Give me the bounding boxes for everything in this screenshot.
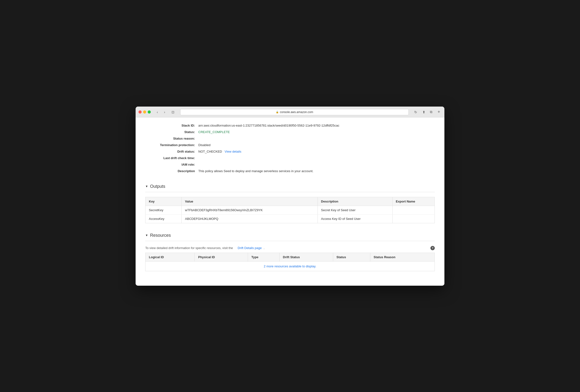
minimize-button[interactable] xyxy=(143,110,146,113)
output-description-cell: Secret Key of Seed User xyxy=(317,206,392,214)
resources-section: ▼ Resources To view detailed drift infor… xyxy=(145,230,435,271)
outputs-col-key: Key xyxy=(145,197,182,206)
outputs-section-title: Outputs xyxy=(150,184,165,189)
resources-info-end: . xyxy=(264,246,265,250)
status-reason-label: Status reason: xyxy=(145,137,198,140)
drift-status-label: Drift status: xyxy=(145,150,198,153)
outputs-section: ▼ Outputs Key Value Description Export N… xyxy=(145,182,435,223)
page-content: Stack ID: arn:aws:cloudformation:us-east… xyxy=(136,117,444,286)
status-value: CREATE_COMPLETE xyxy=(198,130,435,134)
termination-protection-label: Termination protection: xyxy=(145,143,198,147)
drift-status-value: NOT_CHECKED View details xyxy=(198,150,435,153)
output-key-cell: SecretKey xyxy=(145,206,182,214)
reload-button[interactable]: ↻ xyxy=(413,109,419,115)
tabs-button[interactable]: ⧉ xyxy=(428,109,434,115)
resources-section-header: ▼ Resources xyxy=(145,230,435,238)
output-export-name-cell xyxy=(392,206,435,214)
browser-actions: ⬆ ⧉ xyxy=(421,109,434,115)
iam-role-row: IAM role: xyxy=(145,161,435,168)
resources-col-status: Status xyxy=(333,253,370,261)
output-description-cell: Access Key ID of Seed User xyxy=(317,214,392,223)
output-export-name-cell xyxy=(392,214,435,223)
output-key-cell: AccessKey xyxy=(145,214,182,223)
browser-window: ‹ › ⊡ 🔒 console.aws.amazon.com ↻ ⬆ ⧉ + S… xyxy=(136,106,444,286)
last-drift-check-row: Last drift check time: xyxy=(145,155,435,161)
stack-id-row: Stack ID: arn:aws:cloudformation:us-east… xyxy=(145,122,435,129)
close-button[interactable] xyxy=(139,110,142,113)
stack-id-label: Stack ID: xyxy=(145,124,198,127)
status-row: Status: CREATE_COMPLETE xyxy=(145,129,435,135)
nav-buttons: ‹ › xyxy=(154,109,168,115)
description-row: Description This policy allows Seed to d… xyxy=(145,168,435,174)
outputs-divider xyxy=(145,192,435,192)
drift-status-row: Drift status: NOT_CHECKED View details xyxy=(145,148,435,155)
forward-button[interactable]: › xyxy=(161,109,168,115)
outputs-col-value: Value xyxy=(181,197,317,206)
iam-role-label: IAM role: xyxy=(145,163,198,166)
resources-section-title: Resources xyxy=(150,233,171,238)
resources-divider xyxy=(145,241,435,241)
outputs-col-description: Description xyxy=(317,197,392,206)
more-resources-text[interactable]: 2 more resources available to display. xyxy=(145,261,435,271)
stack-id-value: arn:aws:cloudformation:us-east-1:2327718… xyxy=(198,124,435,127)
termination-protection-row: Termination protection: Disabled xyxy=(145,142,435,148)
lock-icon: 🔒 xyxy=(276,111,279,113)
resources-col-physical-id: Physical ID xyxy=(195,253,248,261)
resources-info-bar: To view detailed drift information for s… xyxy=(145,246,435,250)
url-bar[interactable]: 🔒 console.aws.amazon.com xyxy=(180,109,409,115)
output-value-cell: wTFbABCDEF3gRHXbT8em89156OwsyVinZLBI7Z9Y… xyxy=(181,206,317,214)
resources-col-drift-status: Drift Status xyxy=(279,253,333,261)
more-resources-row: 2 more resources available to display. xyxy=(145,261,435,271)
description-label: Description xyxy=(145,169,198,173)
share-button[interactable]: ⬆ xyxy=(421,109,427,115)
output-value-cell: ABCDEFGHIJKLMOPQ xyxy=(181,214,317,223)
termination-protection-value: Disabled xyxy=(198,143,435,147)
resources-collapse-arrow[interactable]: ▼ xyxy=(145,234,148,237)
stack-details-section: Stack ID: arn:aws:cloudformation:us-east… xyxy=(145,122,435,174)
outputs-table-header-row: Key Value Description Export Name xyxy=(145,197,435,206)
last-drift-check-label: Last drift check time: xyxy=(145,156,198,160)
traffic-lights xyxy=(139,110,151,113)
drift-details-link[interactable]: Drift Details page xyxy=(238,246,262,250)
description-value: This policy allows Seed to deploy and ma… xyxy=(198,169,435,173)
table-row: SecretKeywTFbABCDEF3gRHXbT8em89156OwsyVi… xyxy=(145,206,435,214)
sidebar-button[interactable]: ⊡ xyxy=(170,109,176,115)
resources-col-logical-id: Logical ID xyxy=(145,253,195,261)
resources-info-text: To view detailed drift information for s… xyxy=(145,246,233,250)
help-icon[interactable]: ? xyxy=(431,246,435,250)
new-tab-button[interactable]: + xyxy=(436,109,441,115)
resources-col-type: Type xyxy=(248,253,279,261)
view-details-link[interactable]: View details xyxy=(225,150,241,153)
outputs-section-header: ▼ Outputs xyxy=(145,182,435,189)
maximize-button[interactable] xyxy=(148,110,151,113)
url-text: console.aws.amazon.com xyxy=(280,110,313,114)
back-button[interactable]: ‹ xyxy=(154,109,160,115)
resources-table: Logical ID Physical ID Type Drift Status… xyxy=(145,253,435,271)
status-reason-row: Status reason: xyxy=(145,135,435,142)
outputs-collapse-arrow[interactable]: ▼ xyxy=(145,185,148,188)
browser-chrome: ‹ › ⊡ 🔒 console.aws.amazon.com ↻ ⬆ ⧉ + xyxy=(136,106,444,117)
resources-col-status-reason: Status Reason xyxy=(370,253,435,261)
table-row: AccessKeyABCDEFGHIJKLMOPQAccess Key ID o… xyxy=(145,214,435,223)
resources-table-header-row: Logical ID Physical ID Type Drift Status… xyxy=(145,253,435,261)
outputs-table: Key Value Description Export Name Secret… xyxy=(145,197,435,223)
outputs-col-export-name: Export Name xyxy=(392,197,435,206)
status-label: Status: xyxy=(145,130,198,134)
